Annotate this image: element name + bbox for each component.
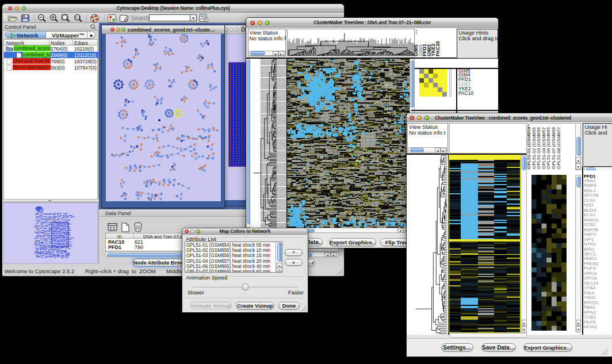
svg-text:1:1: 1:1 bbox=[75, 16, 80, 19]
